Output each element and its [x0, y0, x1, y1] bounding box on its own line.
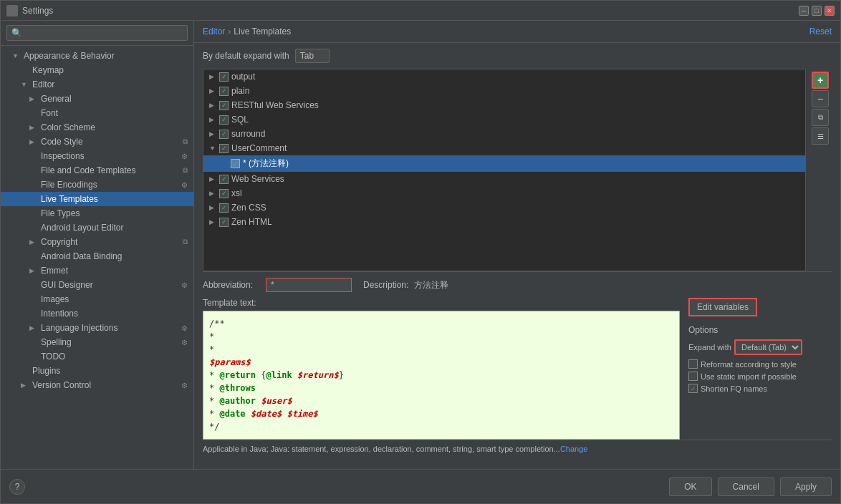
sidebar-item-android-data[interactable]: Android Data Binding [1, 249, 193, 263]
shorten-row: Shorten FQ names [688, 384, 832, 393]
sidebar-item-label: File Encodings [41, 180, 97, 190]
sidebar-tree: ▼ Appearance & Behavior Keymap ▼ Editor … [1, 46, 193, 469]
sidebar-item-editor[interactable]: ▼ Editor [1, 77, 193, 92]
sidebar-item-plugins[interactable]: Plugins [1, 364, 193, 378]
template-checkbox[interactable] [219, 203, 229, 213]
spacer [29, 181, 38, 188]
sidebar-item-keymap[interactable]: Keymap [1, 63, 193, 77]
sidebar-item-emmet[interactable]: ▶ Emmet [1, 263, 193, 278]
template-checkbox[interactable] [219, 144, 229, 153]
sidebar-item-version-control[interactable]: ▶ Version Control ⚙ [1, 378, 193, 392]
applicable-change-link[interactable]: Change [560, 445, 588, 453]
options-panel: Edit variables Options Expand with Defau… [688, 298, 832, 440]
template-checkbox[interactable] [219, 189, 229, 198]
sidebar-item-intentions[interactable]: Intentions [1, 306, 193, 321]
minimize-button[interactable]: ─ [799, 6, 809, 16]
expand-with-select[interactable]: Tab [295, 49, 330, 63]
list-item[interactable]: ▼ UserComment [203, 141, 805, 155]
sidebar-item-label: File Types [41, 208, 80, 218]
add-template-button[interactable]: + [812, 72, 829, 89]
template-checkbox[interactable] [219, 175, 229, 184]
sidebar-item-inspections[interactable]: Inspections ⚙ [1, 149, 193, 163]
ok-button[interactable]: OK [669, 478, 711, 496]
template-name: * (方法注释) [243, 158, 289, 170]
template-checkbox[interactable] [219, 101, 229, 110]
close-button[interactable]: ✕ [825, 6, 835, 16]
template-name: UserComment [231, 143, 287, 153]
code-line: /** [209, 317, 673, 330]
list-item[interactable]: ▶ RESTful Web Services [203, 98, 805, 112]
move-template-button[interactable]: ☰ [812, 127, 829, 145]
reformat-checkbox[interactable] [688, 359, 698, 369]
applicable-text: Applicable in Java; Java: statement, exp… [203, 445, 560, 453]
abbreviation-input[interactable] [266, 278, 352, 292]
template-name: xsl [231, 188, 242, 198]
template-checkbox[interactable] [219, 115, 229, 125]
list-item-selected[interactable]: * (方法注释) [203, 155, 805, 172]
sidebar-item-code-style[interactable]: ▶ Code Style ⧉ [1, 135, 193, 149]
code-token: $user$ [261, 396, 292, 406]
sidebar-item-label: Version Control [32, 380, 91, 390]
reset-link[interactable]: Reset [809, 26, 832, 37]
template-checkbox[interactable] [219, 72, 229, 82]
list-item[interactable]: ▶ surround [203, 127, 805, 141]
sidebar-item-appearance[interactable]: ▼ Appearance & Behavior [1, 49, 193, 63]
shorten-checkbox[interactable] [688, 384, 698, 393]
sidebar-item-copyright[interactable]: ▶ Copyright ⧉ [1, 235, 193, 249]
abbreviation-row: Abbreviation: Description: 方法注释 [203, 278, 832, 292]
cancel-button[interactable]: Cancel [718, 478, 774, 496]
sidebar-item-language-injections[interactable]: ▶ Language Injections ⚙ [1, 321, 193, 335]
icon-inj: ⚙ [181, 324, 188, 332]
sidebar-item-images[interactable]: Images [1, 292, 193, 306]
list-item[interactable]: ▶ output [203, 69, 805, 84]
sidebar-item-android-layout[interactable]: Android Layout Editor [1, 220, 193, 235]
template-name: output [231, 72, 255, 82]
arrow-icon: ▶ [29, 95, 38, 102]
help-button[interactable]: ? [9, 479, 25, 495]
sidebar-item-color-scheme[interactable]: ▶ Color Scheme [1, 120, 193, 135]
code-token: $time$ [287, 409, 317, 419]
sidebar-item-todo[interactable]: TODO [1, 349, 193, 364]
list-item[interactable]: ▶ SQL [203, 112, 805, 127]
template-checkbox[interactable] [219, 87, 229, 96]
spacer [29, 210, 38, 217]
apply-button[interactable]: Apply [780, 478, 832, 496]
code-line: * @throws [209, 382, 673, 394]
sidebar-item-label: TODO [41, 352, 65, 362]
list-item[interactable]: ▶ Zen HTML [203, 215, 805, 229]
sidebar: ▼ Appearance & Behavior Keymap ▼ Editor … [1, 21, 194, 469]
reformat-label: Reformat according to style [701, 360, 797, 369]
sidebar-item-label: Keymap [32, 65, 64, 75]
settings-window: Settings ─ □ ✕ ▼ Appearance & Behavior K… [0, 0, 841, 504]
list-item[interactable]: ▶ xsl [203, 186, 805, 200]
template-checkbox[interactable] [219, 130, 229, 139]
expand-with-options-select[interactable]: Default (Tab) [734, 339, 802, 355]
sidebar-item-file-types[interactable]: File Types [1, 206, 193, 220]
sidebar-item-spelling[interactable]: Spelling ⚙ [1, 335, 193, 349]
remove-template-button[interactable]: − [812, 90, 829, 107]
sidebar-item-file-encodings[interactable]: File Encodings ⚙ [1, 178, 193, 192]
template-checkbox[interactable] [219, 218, 229, 227]
sidebar-item-label: Spelling [41, 337, 72, 347]
maximize-button[interactable]: □ [812, 6, 822, 16]
sidebar-item-font[interactable]: Font [1, 106, 193, 120]
sidebar-item-file-code-templates[interactable]: File and Code Templates ⧉ [1, 163, 193, 178]
sidebar-item-general[interactable]: ▶ General [1, 92, 193, 106]
sidebar-item-gui-designer[interactable]: GUI Designer ⚙ [1, 278, 193, 292]
static-import-checkbox[interactable] [688, 372, 698, 381]
icon-enc: ⚙ [181, 181, 188, 189]
copy-template-button[interactable]: ⧉ [812, 109, 829, 126]
applicable-row: Applicable in Java; Java: statement, exp… [203, 440, 832, 457]
template-code[interactable]: /** * * $params$ * @return {@link $retur… [203, 311, 680, 440]
list-item[interactable]: ▶ Web Services [203, 172, 805, 186]
sidebar-item-live-templates[interactable]: Live Templates [1, 192, 193, 206]
list-item[interactable]: ▶ Zen CSS [203, 200, 805, 215]
template-checkbox[interactable] [231, 159, 240, 168]
list-item[interactable]: ▶ plain [203, 84, 805, 98]
arrow-icon: ▶ [209, 190, 218, 197]
search-input[interactable] [6, 25, 188, 41]
sidebar-item-label: Appearance & Behavior [24, 51, 115, 61]
breadcrumb-editor[interactable]: Editor [203, 26, 225, 37]
icon-vc: ⚙ [181, 382, 188, 389]
edit-variables-button[interactable]: Edit variables [688, 298, 757, 316]
